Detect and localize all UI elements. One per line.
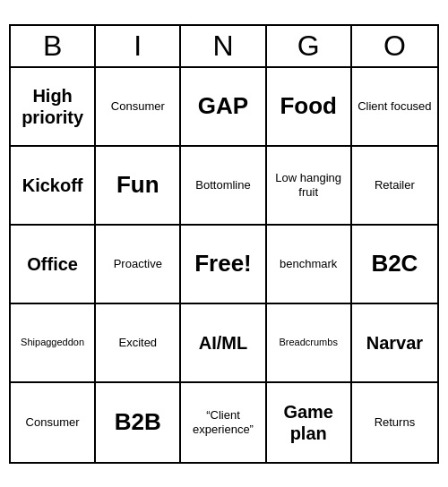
cell-text-21: B2B — [115, 408, 161, 436]
bingo-cell-2: GAP — [181, 68, 266, 147]
cell-text-0: High priority — [14, 85, 90, 128]
cell-text-1: Consumer — [111, 99, 165, 114]
cell-text-17: AI/ML — [199, 332, 247, 354]
bingo-cell-19: Narvar — [352, 304, 437, 383]
cell-text-20: Consumer — [26, 415, 80, 430]
bingo-cell-24: Returns — [352, 383, 437, 462]
cell-text-23: Game plan — [271, 401, 347, 444]
cell-text-15: Shipaggeddon — [21, 337, 84, 348]
bingo-cell-0: High priority — [11, 68, 96, 147]
bingo-card: BINGO High priorityConsumerGAPFoodClient… — [9, 24, 439, 464]
cell-text-16: Excited — [118, 336, 157, 350]
header-letter-I: I — [96, 26, 181, 66]
bingo-cell-22: “Client experience” — [181, 383, 266, 462]
bingo-cell-4: Client focused — [352, 68, 437, 147]
cell-text-22: “Client experience” — [185, 408, 261, 436]
bingo-cell-18: Breadcrumbs — [267, 304, 352, 383]
header-letter-O: O — [352, 26, 437, 66]
cell-text-2: GAP — [198, 92, 248, 120]
cell-text-6: Fun — [116, 171, 159, 199]
bingo-cell-23: Game plan — [267, 383, 352, 462]
bingo-cell-8: Low hanging fruit — [267, 147, 352, 226]
cell-text-4: Client focused — [358, 99, 431, 114]
bingo-header: BINGO — [11, 26, 437, 68]
cell-text-13: benchmark — [280, 257, 337, 271]
cell-text-7: Bottomline — [195, 178, 250, 192]
cell-text-11: Proactive — [114, 257, 162, 271]
bingo-cell-16: Excited — [96, 304, 181, 383]
cell-text-8: Low hanging fruit — [271, 171, 347, 199]
bingo-cell-3: Food — [267, 68, 352, 147]
bingo-cell-15: Shipaggeddon — [11, 304, 96, 383]
bingo-cell-12: Free! — [181, 226, 266, 304]
cell-text-3: Food — [280, 92, 337, 120]
bingo-cell-13: benchmark — [267, 226, 352, 304]
cell-text-5: Kickoff — [22, 175, 83, 196]
cell-text-12: Free! — [194, 250, 252, 278]
bingo-cell-17: AI/ML — [181, 304, 266, 383]
bingo-cell-14: B2C — [352, 226, 437, 304]
cell-text-14: B2C — [371, 250, 418, 278]
cell-text-10: Office — [27, 253, 78, 275]
bingo-cell-11: Proactive — [96, 226, 181, 304]
bingo-cell-21: B2B — [96, 383, 181, 462]
cell-text-18: Breadcrumbs — [279, 337, 337, 348]
cell-text-19: Narvar — [366, 332, 423, 354]
bingo-cell-10: Office — [11, 226, 96, 304]
cell-text-9: Retailer — [375, 178, 415, 192]
bingo-cell-5: Kickoff — [11, 147, 96, 226]
header-letter-B: B — [11, 26, 96, 66]
bingo-cell-9: Retailer — [352, 147, 437, 226]
header-letter-N: N — [181, 26, 266, 66]
bingo-cell-20: Consumer — [11, 383, 96, 462]
bingo-cell-6: Fun — [96, 147, 181, 226]
cell-text-24: Returns — [375, 415, 416, 430]
bingo-grid: High priorityConsumerGAPFoodClient focus… — [11, 68, 437, 462]
bingo-cell-1: Consumer — [96, 68, 181, 147]
bingo-cell-7: Bottomline — [181, 147, 266, 226]
header-letter-G: G — [267, 26, 352, 66]
